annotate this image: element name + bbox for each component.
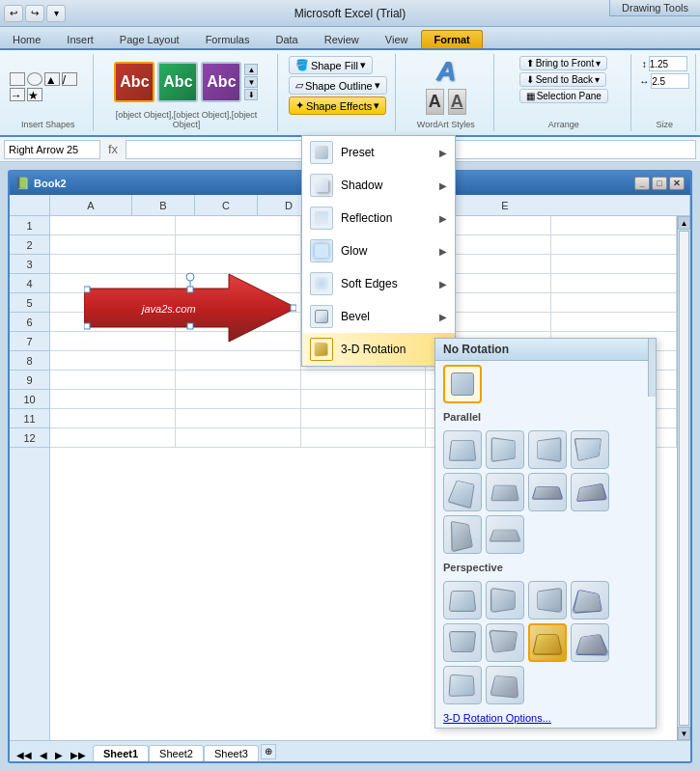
cell-a8[interactable] — [50, 351, 176, 370]
shape-styles-scroll-down[interactable]: ▼ — [244, 76, 258, 88]
parallel-item-6[interactable] — [486, 473, 524, 511]
sheet-tab-3[interactable]: Sheet3 — [204, 745, 259, 761]
shape-styles-scroll-up[interactable]: ▲ — [244, 64, 258, 75]
parallel-item-10[interactable] — [486, 515, 524, 554]
minimize-button[interactable]: _ — [634, 177, 650, 190]
tab-insert[interactable]: Insert — [54, 30, 106, 48]
row-12[interactable]: 12 — [10, 428, 49, 448]
vertical-scrollbar[interactable]: ▲ ▼ — [677, 216, 690, 740]
shape-line[interactable]: / — [62, 72, 77, 86]
perspective-item-6[interactable] — [486, 623, 524, 662]
col-header-b[interactable]: B — [132, 195, 195, 215]
cell-e3[interactable] — [551, 255, 677, 273]
row-8[interactable]: 8 — [10, 351, 49, 371]
cell-c9[interactable] — [301, 371, 427, 389]
cell-a2[interactable] — [50, 235, 176, 254]
shape-arrow[interactable]: → — [10, 88, 25, 101]
shape-ellipse[interactable] — [27, 72, 42, 86]
perspective-item-8[interactable] — [571, 623, 609, 662]
cell-a12[interactable] — [50, 428, 176, 447]
perspective-item-1[interactable] — [443, 581, 482, 620]
row-11[interactable]: 11 — [10, 409, 49, 428]
tab-formulas[interactable]: Formulas — [193, 30, 263, 48]
row-6[interactable]: 6 — [10, 313, 49, 332]
cell-a10[interactable] — [50, 390, 176, 408]
sheet-tab-1[interactable]: Sheet1 — [93, 745, 149, 761]
bring-to-front-button[interactable]: ⬆Bring to Front ▾ — [519, 56, 608, 70]
wordart-text-fill[interactable]: A — [426, 89, 444, 115]
sheet-nav-first[interactable]: ◀◀ — [14, 749, 35, 761]
cell-a1[interactable] — [50, 216, 176, 234]
cell-b12[interactable] — [176, 428, 301, 447]
quick-save-button[interactable]: ▾ — [46, 5, 66, 22]
parallel-item-5[interactable] — [443, 473, 482, 511]
cell-b2[interactable] — [176, 235, 301, 254]
tab-format[interactable]: Format — [421, 30, 482, 48]
row-9[interactable]: 9 — [10, 371, 49, 390]
sheet-nav-next[interactable]: ▶ — [52, 749, 66, 761]
height-input[interactable] — [649, 56, 687, 71]
perspective-item-5[interactable] — [443, 623, 482, 662]
cell-e5[interactable] — [551, 293, 677, 312]
selection-pane-button[interactable]: ▦Selection Pane — [519, 89, 608, 103]
scroll-down-button[interactable]: ▼ — [678, 727, 690, 740]
parallel-item-7[interactable] — [528, 473, 567, 511]
maximize-button[interactable]: □ — [652, 177, 667, 190]
menu-preset[interactable]: Preset ▶ — [302, 136, 455, 169]
row-3[interactable]: 3 — [10, 255, 49, 274]
shape-styles-more[interactable]: ⬇ — [244, 89, 258, 100]
more-rotation-options[interactable]: 3-D Rotation Options... — [435, 708, 656, 728]
parallel-item-4[interactable] — [571, 430, 609, 469]
send-to-back-button[interactable]: ⬇Send to Back ▾ — [519, 72, 606, 87]
panel-scrollbar[interactable] — [648, 339, 656, 397]
perspective-item-3[interactable] — [528, 581, 567, 620]
parallel-item-1[interactable] — [443, 430, 482, 469]
parallel-item-8[interactable] — [571, 473, 609, 511]
wordart-text-outline[interactable]: A — [448, 89, 466, 115]
arrow-shape[interactable]: java2s.com — [84, 269, 296, 346]
row-2[interactable]: 2 — [10, 235, 49, 255]
shape-effects-arrow[interactable]: ▾ — [374, 99, 379, 112]
menu-reflection[interactable]: Reflection ▶ — [302, 202, 455, 234]
tab-review[interactable]: Review — [312, 30, 372, 48]
cell-a11[interactable] — [50, 409, 176, 427]
menu-soft-edges[interactable]: Soft Edges ▶ — [302, 267, 455, 300]
cell-b1[interactable] — [176, 216, 301, 234]
cell-e1[interactable] — [551, 216, 677, 234]
tab-page-layout[interactable]: Page Layout — [107, 30, 192, 48]
col-header-c[interactable]: C — [195, 195, 258, 215]
sheet-tab-2[interactable]: Sheet2 — [149, 745, 204, 761]
shape-style-purple[interactable]: Abc — [201, 62, 241, 102]
sheet-nav-prev[interactable]: ◀ — [37, 749, 50, 761]
tab-home[interactable]: Home — [0, 30, 53, 48]
cell-b9[interactable] — [176, 371, 301, 389]
menu-bevel[interactable]: Bevel ▶ — [302, 300, 455, 333]
shape-style-red[interactable]: Abc — [114, 62, 154, 102]
tab-view[interactable]: View — [373, 30, 421, 48]
cell-c10[interactable] — [301, 390, 427, 408]
undo-button[interactable]: ↩ — [4, 5, 23, 22]
menu-shadow[interactable]: Shadow ▶ — [302, 169, 455, 202]
cell-e4[interactable] — [551, 274, 677, 292]
row-5[interactable]: 5 — [10, 293, 49, 313]
cell-c12[interactable] — [301, 428, 427, 447]
shape-fill-arrow[interactable]: ▾ — [360, 59, 366, 71]
menu-glow[interactable]: Glow ▶ — [302, 234, 455, 267]
menu-3d-rotation[interactable]: 3-D Rotation ▶ — [302, 333, 455, 366]
cell-b8[interactable] — [176, 351, 301, 370]
scroll-thumb[interactable] — [679, 231, 689, 726]
scroll-up-button[interactable]: ▲ — [678, 216, 690, 230]
name-box[interactable] — [4, 140, 100, 159]
perspective-item-9[interactable] — [443, 666, 482, 704]
insert-sheet-button[interactable]: ⊕ — [261, 744, 276, 759]
sheet-nav-last[interactable]: ▶▶ — [68, 749, 89, 761]
shape-outline-button[interactable]: ▱ Shape Outline ▾ — [289, 76, 387, 95]
bring-to-front-arrow[interactable]: ▾ — [596, 58, 601, 69]
cell-e6[interactable] — [551, 313, 677, 331]
row-1[interactable]: 1 — [10, 216, 49, 235]
row-4[interactable]: 4 — [10, 274, 49, 293]
parallel-item-2[interactable] — [486, 430, 524, 469]
cell-b10[interactable] — [176, 390, 301, 408]
send-to-back-arrow[interactable]: ▾ — [595, 74, 600, 85]
perspective-item-4[interactable] — [571, 581, 609, 620]
